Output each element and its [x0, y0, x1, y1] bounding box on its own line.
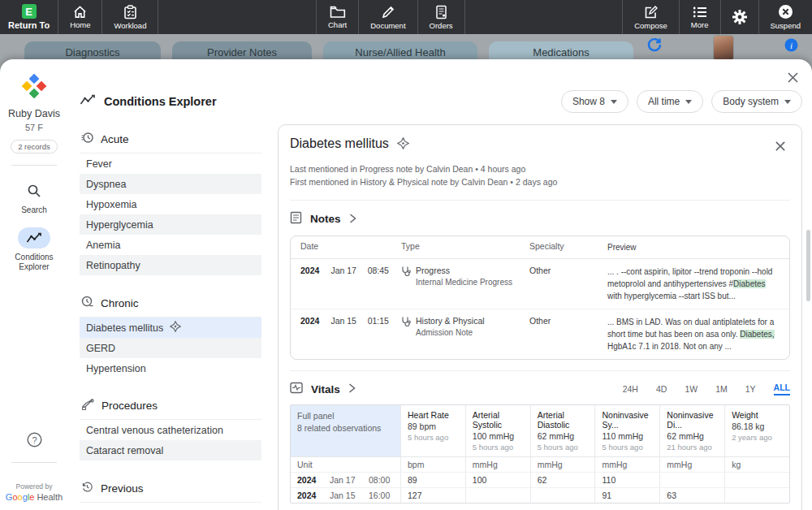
notes-icon: [290, 211, 302, 227]
section-acute: Acute Fever Dyspnea Hypoxemia Hyperglyce…: [80, 129, 261, 275]
orders-label: Orders: [430, 21, 453, 30]
range-4d[interactable]: 4D: [656, 384, 667, 394]
notes-label: Notes: [310, 213, 341, 225]
range-1y[interactable]: 1Y: [745, 384, 756, 394]
highlighted-term: Diabetes,: [740, 330, 774, 339]
notes-table: Date Type Specialty Preview 2024Jan 1708…: [290, 236, 790, 360]
toolbar-spacer: [465, 0, 624, 34]
records-badge[interactable]: 2 records: [11, 140, 58, 153]
conditions-explorer-panel: Ruby Davis 57 F 2 records Search Conditi…: [0, 59, 812, 510]
divider: [290, 370, 790, 371]
section-chronic: Chronic Diabetes mellitus GERD Hypertens…: [80, 293, 261, 378]
vital-column[interactable]: Noninvasive Sy...110 mmHg5 hours ago: [595, 405, 660, 456]
suspend-button[interactable]: Suspend: [759, 0, 812, 34]
stethoscope-icon: [401, 266, 411, 302]
condition-item[interactable]: Hyperglycemia: [80, 214, 261, 235]
previous-history-icon: [81, 481, 93, 495]
compose-label: Compose: [634, 21, 667, 30]
explore-diamond-icon: [170, 321, 181, 335]
first-mentioned: First mentioned in History & Physical no…: [290, 175, 790, 188]
highlighted-term: Diabetes: [733, 279, 765, 288]
home-icon: [72, 5, 88, 19]
conditions-explorer-title-icon: [80, 94, 96, 109]
caret-down-icon: [611, 100, 617, 104]
condition-item[interactable]: Hypertension: [80, 358, 261, 378]
settings-button[interactable]: [721, 0, 759, 34]
toolbar-spacer: [158, 0, 317, 34]
condition-item[interactable]: Fever: [80, 153, 261, 174]
google-health-logo: [22, 74, 46, 102]
divider: [290, 200, 790, 201]
vital-column[interactable]: Noninvasive Di...62 mmHg21 hours ago: [660, 405, 725, 456]
gear-icon: [731, 8, 749, 26]
condition-item[interactable]: Central venous catheterization: [80, 420, 261, 440]
help-icon[interactable]: ?: [27, 432, 42, 451]
range-1w[interactable]: 1W: [685, 384, 698, 394]
explore-diamond-icon[interactable]: [397, 137, 409, 153]
time-filter-dropdown[interactable]: All time: [637, 90, 703, 113]
panel-close-icon[interactable]: [783, 67, 802, 87]
workload-button[interactable]: Workload: [102, 0, 158, 34]
document-button[interactable]: Document: [359, 0, 417, 34]
caret-down-icon: [784, 100, 791, 104]
condition-item[interactable]: Anemia: [80, 235, 261, 255]
chart-folder-icon: [330, 5, 346, 19]
vital-column[interactable]: Arterial Diastolic62 mmHg5 hours ago: [531, 405, 596, 456]
suspend-label: Suspend: [771, 21, 801, 30]
more-button[interactable]: More: [680, 0, 721, 34]
note-row[interactable]: 2024Jan 1501:15 History & PhysicalAdmiss…: [291, 309, 789, 359]
notes-section-header[interactable]: Notes: [290, 211, 790, 227]
orders-icon: [435, 5, 447, 19]
vital-column[interactable]: Arterial Systolic100 mmHg5 hours ago: [466, 405, 531, 456]
section-previous: Previous: [80, 478, 261, 510]
sidebar-item-search[interactable]: Search: [18, 180, 50, 216]
return-to-button[interactable]: E Return To: [0, 0, 58, 34]
compose-icon: [644, 5, 659, 19]
condition-title: Diabetes mellitus: [290, 136, 389, 151]
explorer-main: Conditions Explorer Show 8 All time Body…: [68, 59, 812, 510]
vitals-data-row[interactable]: 2024Jan 1516:00 127 91 63: [291, 487, 789, 503]
range-24h[interactable]: 24H: [623, 384, 638, 394]
range-all[interactable]: ALL: [774, 382, 790, 395]
chronic-icon: [81, 296, 93, 310]
brand-google-word: Google: [6, 492, 35, 502]
vitals-full-panel-cell[interactable]: Full panel8 related observations: [291, 405, 401, 456]
conditions-explorer-icon: [18, 227, 50, 249]
vitals-section-header[interactable]: Vitals 24H 4D 1W 1M 1Y ALL: [290, 382, 790, 397]
condition-item[interactable]: Dyspnea: [80, 174, 261, 194]
scrollbar-thumb[interactable]: [806, 230, 810, 301]
sidebar-item-conditions-explorer[interactable]: ConditionsExplorer: [15, 227, 53, 273]
last-mentioned: Last mentioned in Progress note by Calvi…: [290, 162, 790, 175]
patient-photo[interactable]: [713, 35, 734, 61]
detail-close-icon[interactable]: [771, 136, 790, 156]
body-system-filter-dropdown[interactable]: Body system: [711, 90, 802, 113]
show-filter-dropdown[interactable]: Show 8: [561, 90, 628, 113]
section-procedures: Procedures Central venous catheterizatio…: [80, 396, 261, 460]
document-label: Document: [370, 21, 405, 30]
powered-by-label: Powered by: [16, 482, 53, 491]
home-button[interactable]: Home: [58, 0, 102, 34]
vital-column[interactable]: Heart Rate89 bpm5 hours ago: [401, 405, 466, 456]
mention-meta: Last mentioned in Progress note by Calvi…: [290, 162, 790, 189]
range-1m[interactable]: 1M: [715, 384, 728, 394]
condition-item[interactable]: Cataract removal: [80, 440, 261, 460]
compose-button[interactable]: Compose: [623, 0, 680, 34]
condition-item[interactable]: Hypoxemia: [80, 194, 261, 214]
explorer-sidebar: Ruby Davis 57 F 2 records Search Conditi…: [0, 59, 68, 510]
vital-column[interactable]: Weight86.18 kg2 years ago: [725, 405, 789, 456]
vitals-data-row[interactable]: 2024Jan 1708:00 89 100 62 110: [291, 472, 789, 487]
condition-item[interactable]: GERD: [80, 338, 261, 358]
refresh-icon[interactable]: [646, 37, 663, 56]
section-label: Procedures: [102, 400, 158, 412]
vitals-table: Full panel8 related observations Heart R…: [290, 404, 790, 504]
chart-button[interactable]: Chart: [317, 0, 359, 34]
stethoscope-icon: [401, 316, 411, 352]
orders-button[interactable]: Orders: [418, 0, 465, 34]
note-row[interactable]: 2024Jan 1708:45 ProgressInternal Medicin…: [291, 259, 789, 309]
chevron-right-icon: [349, 212, 356, 227]
notes-table-header: Date Type Specialty Preview: [291, 236, 789, 259]
condition-item[interactable]: Retinopathy: [80, 255, 261, 275]
condition-item-selected[interactable]: Diabetes mellitus: [80, 318, 261, 338]
info-icon[interactable]: i: [784, 38, 798, 55]
caret-down-icon: [685, 100, 692, 104]
